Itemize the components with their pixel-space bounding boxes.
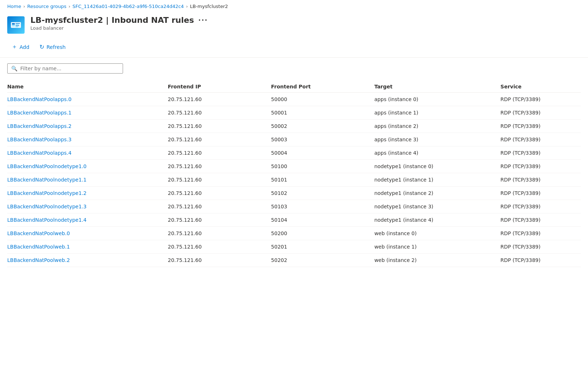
breadcrumb-current: LB-mysfcluster2 [190, 4, 228, 9]
cell-name: LBBackendNatPoolweb.2 [7, 254, 168, 267]
nat-rule-link[interactable]: LBBackendNatPoolnodetype1.4 [7, 217, 86, 223]
resource-type-label: Load balancer [30, 25, 208, 31]
col-header-frontend-port: Frontend Port [271, 81, 374, 93]
cell-name: LBBackendNatPoolnodetype1.0 [7, 160, 168, 173]
nat-rule-link[interactable]: LBBackendNatPoolnodetype1.1 [7, 177, 86, 183]
cell-service: RDP (TCP/3389) [500, 146, 581, 160]
cell-frontend-port: 50003 [271, 133, 374, 146]
cell-target: web (instance 2) [374, 254, 500, 267]
table-row: LBBackendNatPoolweb.020.75.121.6050200we… [7, 227, 581, 240]
nat-rule-link[interactable]: LBBackendNatPoolnodetype1.3 [7, 204, 86, 209]
cell-target: apps (instance 1) [374, 106, 500, 120]
cell-service: RDP (TCP/3389) [500, 240, 581, 254]
svg-rect-2 [12, 25, 15, 26]
cell-frontend-ip: 20.75.121.60 [168, 187, 271, 200]
cell-frontend-ip: 20.75.121.60 [168, 173, 271, 187]
cell-service: RDP (TCP/3389) [500, 213, 581, 227]
toolbar-divider [0, 57, 588, 58]
breadcrumb-sep-3: › [186, 4, 188, 9]
refresh-button[interactable]: ↻ Refresh [35, 41, 70, 53]
filter-container: 🔍 [7, 63, 123, 74]
svg-rect-1 [12, 23, 15, 25]
nat-rule-link[interactable]: LBBackendNatPoolnodetype1.2 [7, 190, 86, 196]
cell-name: LBBackendNatPoolapps.0 [7, 93, 168, 106]
cell-frontend-ip: 20.75.121.60 [168, 240, 271, 254]
cell-service: RDP (TCP/3389) [500, 187, 581, 200]
nat-rules-table: Name Frontend IP Frontend Port Target Se… [7, 81, 581, 267]
cell-service: RDP (TCP/3389) [500, 120, 581, 133]
nat-rule-link[interactable]: LBBackendNatPoolweb.0 [7, 230, 70, 236]
cell-name: LBBackendNatPoolnodetype1.3 [7, 200, 168, 213]
nat-rule-link[interactable]: LBBackendNatPoolapps.4 [7, 150, 72, 156]
cell-target: apps (instance 3) [374, 133, 500, 146]
table-header-row: Name Frontend IP Frontend Port Target Se… [7, 81, 581, 93]
nat-rule-link[interactable]: LBBackendNatPoolweb.1 [7, 244, 70, 250]
cell-service: RDP (TCP/3389) [500, 93, 581, 106]
breadcrumb-resource-group-id[interactable]: SFC_11426a01-4029-4b62-a9f6-510ca24d42c4 [72, 4, 184, 9]
cell-target: nodetype1 (instance 0) [374, 160, 500, 173]
cell-target: apps (instance 2) [374, 120, 500, 133]
col-header-frontend-ip: Frontend IP [168, 81, 271, 93]
cell-frontend-port: 50002 [271, 120, 374, 133]
nat-rule-link[interactable]: LBBackendNatPoolapps.3 [7, 137, 72, 142]
cell-frontend-ip: 20.75.121.60 [168, 120, 271, 133]
col-header-name: Name [7, 81, 168, 93]
nat-rule-link[interactable]: LBBackendNatPoolweb.2 [7, 257, 70, 263]
cell-frontend-port: 50201 [271, 240, 374, 254]
cell-frontend-port: 50101 [271, 173, 374, 187]
cell-target: web (instance 1) [374, 240, 500, 254]
breadcrumb-sep-1: › [23, 4, 25, 9]
table-row: LBBackendNatPoolapps.020.75.121.6050000a… [7, 93, 581, 106]
table-row: LBBackendNatPoolapps.120.75.121.6050001a… [7, 106, 581, 120]
cell-frontend-port: 50001 [271, 106, 374, 120]
cell-frontend-port: 50102 [271, 187, 374, 200]
cell-frontend-ip: 20.75.121.60 [168, 106, 271, 120]
col-header-target: Target [374, 81, 500, 93]
header-text: LB-mysfcluster2 | Inbound NAT rules ··· … [30, 16, 208, 31]
table-row: LBBackendNatPoolweb.220.75.121.6050202we… [7, 254, 581, 267]
table-row: LBBackendNatPoolapps.220.75.121.6050002a… [7, 120, 581, 133]
svg-rect-3 [16, 23, 20, 24]
cell-target: web (instance 0) [374, 227, 500, 240]
cell-frontend-ip: 20.75.121.60 [168, 160, 271, 173]
cell-frontend-port: 50200 [271, 227, 374, 240]
cell-frontend-ip: 20.75.121.60 [168, 200, 271, 213]
cell-frontend-port: 50103 [271, 200, 374, 213]
cell-target: nodetype1 (instance 2) [374, 187, 500, 200]
add-button[interactable]: ＋ Add [7, 41, 34, 53]
table-row: LBBackendNatPoolnodetype1.420.75.121.605… [7, 213, 581, 227]
cell-target: nodetype1 (instance 4) [374, 213, 500, 227]
cell-frontend-ip: 20.75.121.60 [168, 146, 271, 160]
table-row: LBBackendNatPoolapps.320.75.121.6050003a… [7, 133, 581, 146]
cell-frontend-ip: 20.75.121.60 [168, 227, 271, 240]
cell-name: LBBackendNatPoolnodetype1.1 [7, 173, 168, 187]
breadcrumb-home[interactable]: Home [7, 4, 21, 9]
breadcrumb-resource-groups[interactable]: Resource groups [27, 4, 66, 9]
cell-name: LBBackendNatPoolweb.1 [7, 240, 168, 254]
table-row: LBBackendNatPoolnodetype1.120.75.121.605… [7, 173, 581, 187]
refresh-icon: ↻ [39, 43, 44, 50]
cell-frontend-port: 50100 [271, 160, 374, 173]
cell-frontend-port: 50104 [271, 213, 374, 227]
breadcrumb: Home › Resource groups › SFC_11426a01-40… [0, 0, 588, 13]
nat-rule-link[interactable]: LBBackendNatPoolapps.0 [7, 96, 72, 102]
cell-name: LBBackendNatPoolapps.3 [7, 133, 168, 146]
svg-rect-6 [16, 26, 18, 27]
cell-service: RDP (TCP/3389) [500, 160, 581, 173]
cell-name: LBBackendNatPoolapps.4 [7, 146, 168, 160]
cell-frontend-ip: 20.75.121.60 [168, 93, 271, 106]
cell-frontend-port: 50000 [271, 93, 374, 106]
nat-rule-link[interactable]: LBBackendNatPoolapps.1 [7, 110, 72, 116]
cell-frontend-port: 50004 [271, 146, 374, 160]
svg-rect-4 [16, 24, 19, 25]
cell-name: LBBackendNatPoolapps.2 [7, 120, 168, 133]
table-row: LBBackendNatPoolweb.120.75.121.6050201we… [7, 240, 581, 254]
filter-input[interactable] [20, 66, 119, 71]
cell-frontend-ip: 20.75.121.60 [168, 254, 271, 267]
cell-service: RDP (TCP/3389) [500, 200, 581, 213]
page-header: LB-mysfcluster2 | Inbound NAT rules ··· … [0, 13, 588, 38]
nat-rule-link[interactable]: LBBackendNatPoolnodetype1.0 [7, 163, 86, 169]
nat-rule-link[interactable]: LBBackendNatPoolapps.2 [7, 123, 72, 129]
ellipsis-menu-button[interactable]: ··· [198, 16, 208, 24]
add-icon: ＋ [12, 43, 17, 51]
